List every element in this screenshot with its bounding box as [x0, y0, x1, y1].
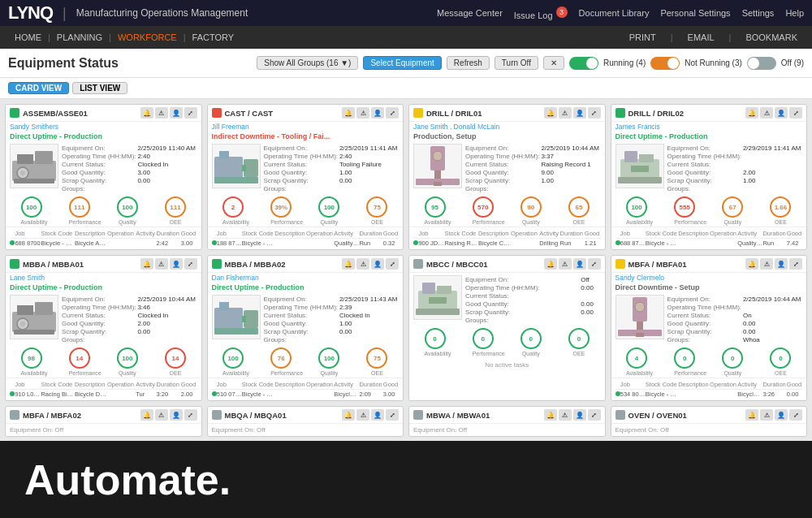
show-all-groups-button[interactable]: Show All Groups (16 ▼)	[257, 56, 358, 70]
machine-image	[413, 144, 462, 188]
alert-icon[interactable]: ⚠	[559, 107, 572, 119]
expand-icon[interactable]: ⤢	[386, 409, 399, 421]
equipment-card[interactable]: DRILL / DRIL02 🔔 ⚠ 👤 ⤢ James Francis Dir…	[611, 104, 808, 250]
equipment-card[interactable]: MBQA / MBQA01 🔔 ⚠ 👤 ⤢ Equipment On: Off	[207, 406, 404, 437]
nav-message-center[interactable]: Message Center	[437, 8, 503, 18]
expand-icon[interactable]: ⤢	[789, 107, 802, 119]
bottom-overlay: Automate.	[0, 441, 812, 518]
expand-icon[interactable]: ⤢	[386, 258, 399, 270]
person-icon[interactable]: 👤	[371, 107, 384, 119]
expand-icon[interactable]: ⤢	[789, 409, 802, 421]
card-view-button[interactable]: CARD VIEW	[8, 82, 69, 94]
equipment-card[interactable]: DRILL / DRIL01 🔔 ⚠ 👤 ⤢ Jane Smith , Dona…	[408, 104, 606, 250]
alert-icon[interactable]: ⚠	[760, 409, 773, 421]
bell-icon[interactable]: 🔔	[140, 258, 153, 270]
person-icon[interactable]: 👤	[170, 107, 183, 119]
bell-icon[interactable]: 🔔	[544, 409, 557, 421]
equipment-card[interactable]: MBWA / MBWA01 🔔 ⚠ 👤 ⤢ Equipment On: Off	[408, 406, 606, 437]
bell-icon[interactable]: 🔔	[745, 409, 758, 421]
equipment-card[interactable]: OVEN / OVEN01 🔔 ⚠ 👤 ⤢ Equipment On: Off	[611, 406, 808, 437]
turn-off-button[interactable]: Turn Off	[495, 56, 538, 70]
card-metrics: 239%10075	[208, 195, 404, 219]
card-header: MBFA / MBFA01 🔔 ⚠ 👤 ⤢	[611, 256, 807, 273]
nav-help[interactable]: Help	[785, 8, 804, 18]
bell-icon[interactable]: 🔔	[544, 258, 557, 270]
person-icon[interactable]: 👤	[170, 409, 183, 421]
bell-icon[interactable]: 🔔	[745, 107, 758, 119]
alert-icon[interactable]: ⚠	[356, 409, 369, 421]
nav-email[interactable]: EMAIL	[681, 32, 721, 42]
bell-icon[interactable]: 🔔	[342, 107, 355, 119]
alert-icon[interactable]: ⚠	[760, 258, 773, 270]
nav-document-library[interactable]: Document Library	[579, 8, 650, 18]
nav-home[interactable]: HOME	[8, 32, 48, 42]
equipment-card[interactable]: MBBA / MBBA01 🔔 ⚠ 👤 ⤢ Lane Smith Direct …	[5, 255, 202, 401]
expand-icon[interactable]: ⤢	[588, 107, 601, 119]
equipment-card[interactable]: CAST / CAST 🔔 ⚠ 👤 ⤢ Jill Freeman Indirec…	[207, 104, 404, 250]
machine-image	[10, 295, 58, 339]
expand-icon[interactable]: ⤢	[386, 107, 399, 119]
equipment-card[interactable]: MBFA / MBFA02 🔔 ⚠ 👤 ⤢ Equipment On: Off	[5, 406, 202, 437]
nav-factory[interactable]: FACTORY	[186, 32, 241, 42]
metric-circle: 39%	[270, 196, 292, 218]
status-indicator	[413, 108, 423, 118]
nav-workforce[interactable]: WORKFORCE	[111, 32, 184, 42]
bell-icon[interactable]: 🔔	[544, 107, 557, 119]
nav-bookmark[interactable]: BOOKMARK	[739, 32, 804, 42]
alert-icon[interactable]: ⚠	[356, 258, 369, 270]
alert-icon[interactable]: ⚠	[155, 107, 168, 119]
bell-icon[interactable]: 🔔	[745, 258, 758, 270]
alert-icon[interactable]: ⚠	[559, 258, 572, 270]
alert-icon[interactable]: ⚠	[155, 409, 168, 421]
bell-icon[interactable]: 🔔	[140, 409, 153, 421]
list-view-button[interactable]: LIST VIEW	[72, 82, 127, 94]
card-metrics: 1007610075	[208, 346, 404, 370]
equipment-card[interactable]: MBCC / MBCC01 🔔 ⚠ 👤 ⤢	[408, 255, 606, 401]
card-actions: 🔔 ⚠ 👤 ⤢	[342, 258, 399, 270]
equipment-card[interactable]: MBBA / MBBA02 🔔 ⚠ 👤 ⤢ Dan Fisherman Dire…	[207, 255, 404, 401]
card-status-text: Direct Uptime - Production	[208, 283, 404, 292]
expand-icon[interactable]: ⤢	[184, 258, 197, 270]
person-icon[interactable]: 👤	[170, 258, 183, 270]
nav-settings[interactable]: Settings	[742, 8, 775, 18]
person-icon[interactable]: 👤	[371, 409, 384, 421]
alert-icon[interactable]: ⚠	[760, 107, 773, 119]
refresh-button[interactable]: Refresh	[447, 56, 490, 70]
card-details: Equipment On:2/25/2019 10:44 AM Operatin…	[62, 295, 197, 343]
nav-issue-log[interactable]: Issue Log 3	[514, 6, 568, 20]
metric-label: Performance	[270, 370, 292, 376]
person-icon[interactable]: 👤	[573, 107, 586, 119]
card-id: MBCC / MBCC01	[426, 260, 487, 269]
off-toggle[interactable]	[747, 57, 776, 70]
bell-icon[interactable]: 🔔	[342, 409, 355, 421]
person-icon[interactable]: 👤	[371, 258, 384, 270]
nav-planning[interactable]: PLANNING	[50, 32, 109, 42]
equipment-card[interactable]: ASSEMB/ASSE01 🔔 ⚠ 👤 ⤢ Sandy Smithers Dir…	[5, 104, 202, 250]
person-icon[interactable]: 👤	[775, 409, 788, 421]
alert-icon[interactable]: ⚠	[155, 258, 168, 270]
close-button[interactable]: ✕	[543, 56, 564, 70]
alert-icon[interactable]: ⚠	[559, 409, 572, 421]
metric-label: Performance	[69, 370, 90, 376]
metric-circle: 100	[318, 347, 339, 369]
alert-icon[interactable]: ⚠	[356, 107, 369, 119]
nav-personal-settings[interactable]: Personal Settings	[660, 8, 730, 18]
person-icon[interactable]: 👤	[573, 409, 586, 421]
equipment-card[interactable]: MBFA / MBFA01 🔔 ⚠ 👤 ⤢ Sandy Clermelo Dir…	[611, 255, 808, 401]
running-toggle[interactable]	[569, 57, 598, 70]
bell-icon[interactable]: 🔔	[342, 258, 355, 270]
card-details: Equipment On:2/25/2019 10:44 AM Operatin…	[667, 295, 803, 343]
expand-icon[interactable]: ⤢	[184, 107, 197, 119]
not-running-toggle[interactable]	[650, 57, 680, 70]
card-metrics: 0000	[409, 326, 605, 351]
expand-icon[interactable]: ⤢	[184, 409, 197, 421]
expand-icon[interactable]: ⤢	[789, 258, 802, 270]
person-icon[interactable]: 👤	[775, 258, 788, 270]
person-icon[interactable]: 👤	[573, 258, 586, 270]
person-icon[interactable]: 👤	[775, 107, 788, 119]
select-equipment-button[interactable]: Select Equipment	[363, 56, 441, 70]
expand-icon[interactable]: ⤢	[588, 409, 601, 421]
expand-icon[interactable]: ⤢	[588, 258, 601, 270]
bell-icon[interactable]: 🔔	[140, 107, 153, 119]
nav-print[interactable]: PRINT	[623, 32, 663, 42]
